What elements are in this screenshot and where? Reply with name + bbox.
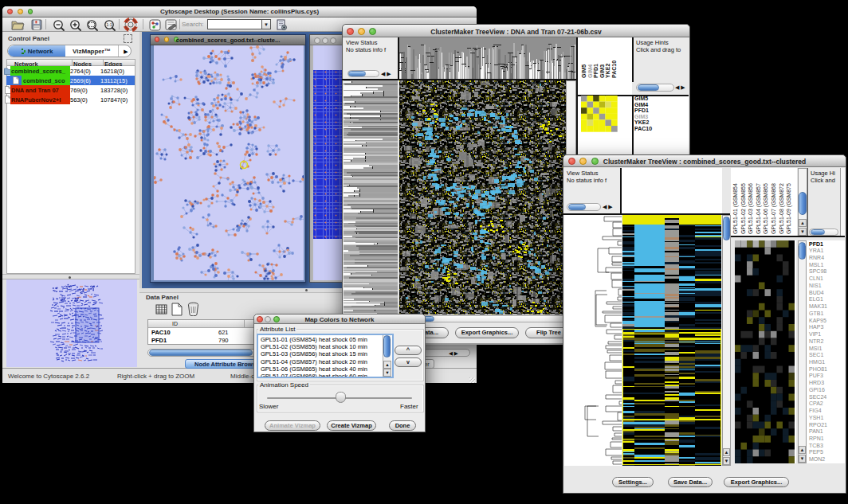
svg-text:GIM5: GIM5 — [581, 64, 587, 78]
svg-text:GPL51-06 (GSM865: GPL51-06 (GSM865 — [763, 183, 769, 234]
svg-text:GPL51-01 (GSM854: GPL51-01 (GSM854 — [732, 183, 739, 234]
svg-text:PFD1: PFD1 — [593, 64, 599, 78]
svg-text:GPL51-09 (GSM875: GPL51-09 (GSM875 — [786, 183, 792, 234]
svg-text:1:1: 1:1 — [106, 22, 112, 27]
svg-text:GPL51-03 (GSM856: GPL51-03 (GSM856 — [748, 183, 754, 234]
svg-text:YKE2: YKE2 — [605, 64, 610, 78]
svg-text:GPL51-04 (GSM857: GPL51-04 (GSM857 — [756, 183, 762, 234]
svg-text:PAC10: PAC10 — [611, 61, 617, 78]
svg-text:GPL51-07 (GSM868: GPL51-07 (GSM868 — [771, 183, 777, 234]
svg-text:GIM3: GIM3 — [599, 64, 605, 78]
svg-text:GPL51-02 (GSM855: GPL51-02 (GSM855 — [740, 183, 747, 234]
svg-text:GIM4: GIM4 — [587, 64, 593, 78]
svg-text:GPL51-08 (GSM872: GPL51-08 (GSM872 — [779, 183, 785, 234]
